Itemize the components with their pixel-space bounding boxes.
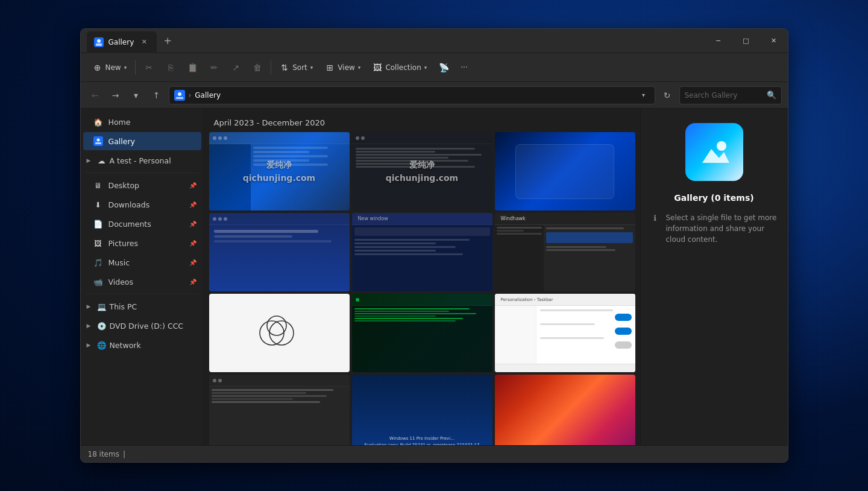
copy-button[interactable]: ⎘ <box>161 60 180 75</box>
sidebar-item-network[interactable]: ▶ 🌐 Network <box>83 336 201 354</box>
pinned-icon-dl: 📌 <box>189 201 197 208</box>
thumbnail-3[interactable] <box>495 132 635 211</box>
back-button[interactable]: ← <box>87 87 104 104</box>
details-info-text: Select a single file to get more informa… <box>666 212 778 245</box>
main-content: 🏠 Home Gallery ▶ ☁ A test - Personal <box>81 109 788 445</box>
network-icon: 🌐 <box>96 340 107 350</box>
sidebar-item-videos[interactable]: 📹 Videos 📌 <box>83 273 201 291</box>
new-icon: ⊕ <box>93 63 102 72</box>
expand-chevron-icon: ▶ <box>87 157 94 163</box>
sidebar-item-pictures[interactable]: 🖼 Pictures 📌 <box>83 234 201 252</box>
sidebar-desktop-label: Desktop <box>108 181 140 190</box>
copy-icon: ⎘ <box>166 63 175 72</box>
recent-locations-button[interactable]: ▾ <box>128 87 145 104</box>
address-dropdown-button[interactable]: ▾ <box>638 87 650 104</box>
active-tab[interactable]: Gallery ✕ <box>87 31 157 53</box>
cut-button[interactable]: ✂ <box>139 60 159 75</box>
pinned-icon-pic: 📌 <box>189 240 197 247</box>
thumbnail-11[interactable]: Windows 11 Pro Insider Previ...Evaluatio… <box>352 375 492 445</box>
thumbnail-10[interactable] <box>209 375 350 445</box>
cast-button[interactable]: 📡 <box>434 60 453 75</box>
thumbnail-5[interactable]: New window <box>352 213 492 291</box>
cloud-icon: ☁ <box>96 155 107 166</box>
downloads-icon: ⬇ <box>93 199 104 210</box>
sidebar-item-documents[interactable]: 📄 Documents 📌 <box>83 215 201 233</box>
desktop-icon: 🖥 <box>93 180 104 191</box>
svg-point-11 <box>267 316 286 335</box>
thumbnail-2[interactable]: 爱纯净qichunjing.com <box>352 132 492 211</box>
documents-icon: 📄 <box>93 218 104 229</box>
status-bar: 18 items | <box>81 445 788 462</box>
view-icon: ⊞ <box>325 63 335 72</box>
thumbnail-8[interactable] <box>352 294 492 372</box>
sidebar-item-music[interactable]: 🎵 Music 📌 <box>83 253 201 271</box>
collection-button[interactable]: 🖼 Collection ▾ <box>368 60 432 75</box>
sidebar-item-downloads[interactable]: ⬇ Downloads 📌 <box>83 195 201 214</box>
thumbnail-6[interactable]: Windhawk <box>495 213 635 291</box>
home-icon: 🏠 <box>93 116 104 127</box>
up-button[interactable]: ↑ <box>148 87 165 104</box>
thumbnail-4[interactable] <box>209 213 350 291</box>
tab-close-button[interactable]: ✕ <box>139 37 149 48</box>
delete-button[interactable]: 🗑 <box>248 60 267 75</box>
sidebar-item-home[interactable]: 🏠 Home <box>83 113 201 131</box>
videos-icon: 📹 <box>93 276 104 287</box>
sidebar-documents-label: Documents <box>108 220 151 229</box>
gallery-grid: 爱纯净qichunjing.com <box>204 132 640 445</box>
refresh-button[interactable]: ↻ <box>659 87 676 104</box>
thumbnail-1[interactable]: 爱纯净qichunjing.com <box>209 132 350 211</box>
sidebar-home-label: Home <box>108 118 131 127</box>
sidebar-item-gallery[interactable]: Gallery <box>83 132 201 150</box>
share-button[interactable]: ↗ <box>226 60 245 75</box>
sidebar-separator-1 <box>86 173 199 173</box>
sidebar-item-desktop[interactable]: 🖥 Desktop 📌 <box>83 176 201 194</box>
new-button[interactable]: ⊕ New ▾ <box>88 60 132 75</box>
thumbnail-12[interactable] <box>495 375 635 445</box>
view-button[interactable]: ⊞ View ▾ <box>320 60 365 75</box>
sidebar-dvd-label: DVD Drive (D:) CCC <box>110 322 184 331</box>
maximize-button[interactable]: □ <box>732 29 760 52</box>
svg-point-7 <box>96 139 99 142</box>
details-info-row: ℹ Select a single file to get more infor… <box>650 212 778 245</box>
svg-rect-2 <box>96 43 102 46</box>
status-items-count: 18 items <box>88 450 119 458</box>
thispc-icon: 💻 <box>96 301 107 312</box>
share-icon: ↗ <box>231 63 241 72</box>
sidebar-item-dvd[interactable]: ▶ 💿 DVD Drive (D:) CCC <box>83 317 201 335</box>
paste-icon: 📋 <box>187 63 197 72</box>
gallery-items-title: Gallery (0 items) <box>674 193 753 203</box>
nav-bar: ← → ▾ ↑ › Gallery ▾ ↻ Search Gallery 🔍 <box>81 82 788 109</box>
tab-icon <box>94 37 104 47</box>
search-box[interactable]: Search Gallery 🔍 <box>679 86 782 104</box>
new-tab-button[interactable]: + <box>159 33 176 49</box>
sidebar-downloads-label: Downloads <box>108 200 150 209</box>
status-separator: | <box>123 450 125 458</box>
paste-button[interactable]: 📋 <box>183 60 202 75</box>
close-button[interactable]: ✕ <box>760 29 788 52</box>
address-bar[interactable]: › Gallery ▾ <box>169 86 655 104</box>
new-chevron-icon: ▾ <box>124 65 127 71</box>
explorer-window: Gallery ✕ + ─ □ ✕ ⊕ New ▾ ✂ ⎘ 📋 ✏ <box>80 28 788 463</box>
thumbnail-9[interactable]: Personalization › Taskbar <box>495 294 635 372</box>
svg-point-4 <box>178 92 181 96</box>
sidebar-network-label: Network <box>110 341 141 350</box>
svg-point-10 <box>269 321 294 345</box>
sort-button[interactable]: ⇅ Sort ▾ <box>275 60 318 75</box>
pinned-icon-vid: 📌 <box>189 279 197 285</box>
toolbar: ⊕ New ▾ ✂ ⎘ 📋 ✏ ↗ 🗑 ⇅ Sort ▾ ⊞ <box>81 53 788 82</box>
sidebar-separator-2 <box>86 294 199 294</box>
address-gallery-icon <box>174 90 185 101</box>
pinned-icon-mus: 📌 <box>189 259 197 266</box>
forward-button[interactable]: → <box>107 87 124 104</box>
dvd-icon: 💿 <box>96 320 107 331</box>
more-button[interactable]: ··· <box>456 60 472 75</box>
sidebar-item-thispc[interactable]: ▶ 💻 This PC <box>83 297 201 315</box>
minimize-button[interactable]: ─ <box>705 29 732 52</box>
network-chevron-icon: ▶ <box>87 342 94 348</box>
sidebar-music-label: Music <box>108 258 130 267</box>
sidebar-item-atest[interactable]: ▶ ☁ A test - Personal <box>83 151 201 169</box>
svg-rect-8 <box>95 142 101 144</box>
svg-point-12 <box>717 141 726 151</box>
rename-button[interactable]: ✏ <box>204 60 224 75</box>
thumbnail-7[interactable] <box>209 294 350 372</box>
